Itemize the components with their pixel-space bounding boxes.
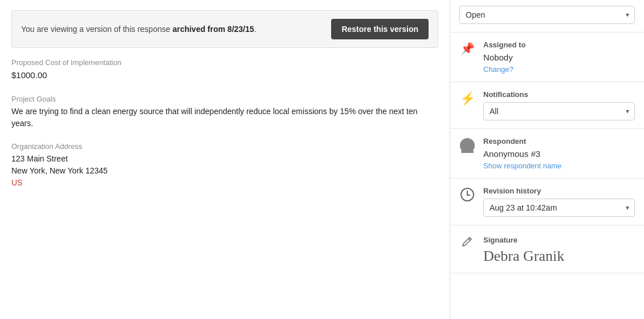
assigned-section: 📌 Assigned to Nobody Change? bbox=[450, 33, 644, 82]
assigned-change-link[interactable]: Change? bbox=[483, 65, 513, 74]
banner-date: archived from 8/23/15 bbox=[173, 25, 254, 34]
goals-field-group: Project Goals We are trying to find a cl… bbox=[11, 95, 438, 130]
status-select[interactable]: Open Closed Pending bbox=[459, 6, 635, 24]
sidebar-status-section: Open Closed Pending ▾ bbox=[450, 0, 644, 33]
main-panel: You are viewing a version of this respon… bbox=[0, 0, 450, 319]
revision-content: Revision history Aug 23 at 10:42am Aug 2… bbox=[483, 187, 635, 217]
banner-suffix: . bbox=[254, 25, 256, 34]
banner-prefix: You are viewing a version of this respon… bbox=[21, 25, 173, 34]
goals-label: Project Goals bbox=[11, 95, 438, 103]
revision-section: Revision history Aug 23 at 10:42am Aug 2… bbox=[450, 179, 644, 225]
pencil-icon bbox=[459, 233, 475, 247]
content-area: Proposed Cost of Implementation $1000.00… bbox=[0, 58, 450, 213]
address-label: Organization Address bbox=[11, 142, 438, 151]
signature-title: Signature bbox=[483, 236, 635, 244]
cost-label: Proposed Cost of Implementation bbox=[11, 58, 438, 67]
status-select-wrapper[interactable]: Open Closed Pending ▾ bbox=[459, 6, 635, 24]
restore-button[interactable]: Restore this version bbox=[331, 19, 429, 39]
respondent-content: Respondent Anonymous #3 Show respondent … bbox=[483, 137, 635, 170]
revision-select-wrapper[interactable]: Aug 23 at 10:42am Aug 22 at 9:00am ▾ bbox=[483, 199, 635, 217]
notifications-content: Notifications All None Mentions ▾ bbox=[483, 90, 635, 120]
respondent-name: Anonymous #3 bbox=[483, 149, 635, 159]
respondent-section: Respondent Anonymous #3 Show respondent … bbox=[450, 129, 644, 179]
notifications-title: Notifications bbox=[483, 90, 635, 99]
address-country: US bbox=[11, 177, 438, 189]
respondent-title: Respondent bbox=[483, 137, 635, 146]
revision-title: Revision history bbox=[483, 187, 635, 195]
goals-value: We are trying to find a clean energy sou… bbox=[11, 106, 438, 130]
notifications-select[interactable]: All None Mentions bbox=[483, 102, 635, 120]
assigned-content: Assigned to Nobody Change? bbox=[483, 41, 635, 74]
revision-select[interactable]: Aug 23 at 10:42am Aug 22 at 9:00am bbox=[483, 199, 635, 217]
signature-content: Signature Debra Granik bbox=[483, 233, 635, 265]
address-field-group: Organization Address 123 Main Street New… bbox=[11, 142, 438, 189]
assigned-name: Nobody bbox=[483, 53, 635, 62]
clock-icon bbox=[459, 187, 475, 201]
bolt-icon: ⚡ bbox=[459, 90, 475, 106]
show-respondent-name-link[interactable]: Show respondent name bbox=[483, 161, 561, 170]
signature-section: Signature Debra Granik bbox=[450, 225, 644, 273]
cost-field-group: Proposed Cost of Implementation $1000.00 bbox=[11, 58, 438, 82]
sidebar: Open Closed Pending ▾ 📌 Assigned to Nobo… bbox=[450, 0, 644, 319]
assigned-title: Assigned to bbox=[483, 41, 635, 49]
address-line1: 123 Main Street bbox=[11, 153, 438, 165]
user-icon bbox=[459, 137, 475, 153]
signature-value: Debra Granik bbox=[483, 248, 635, 265]
archive-banner: You are viewing a version of this respon… bbox=[11, 10, 438, 48]
notifications-select-wrapper[interactable]: All None Mentions ▾ bbox=[483, 102, 635, 120]
address-line2: New York, New York 12345 bbox=[11, 165, 438, 177]
cost-value: $1000.00 bbox=[11, 69, 438, 82]
archive-banner-text: You are viewing a version of this respon… bbox=[21, 25, 256, 34]
pin-icon: 📌 bbox=[459, 41, 475, 55]
notifications-section: ⚡ Notifications All None Mentions ▾ bbox=[450, 82, 644, 129]
